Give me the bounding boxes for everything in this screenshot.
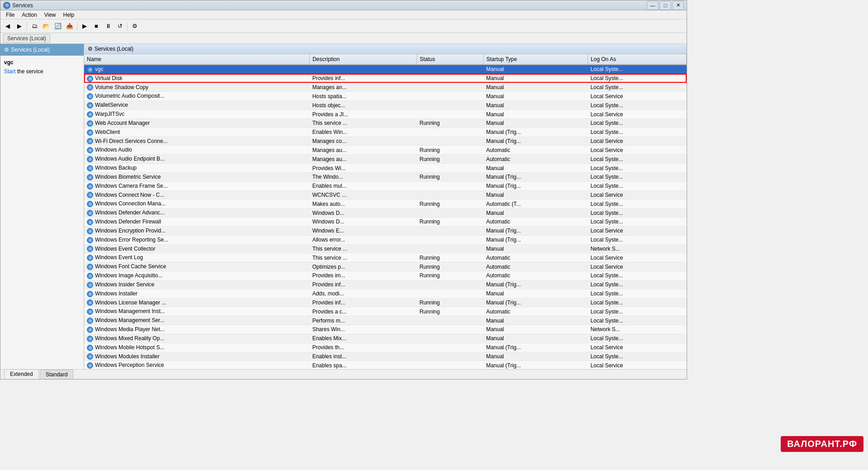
table-row[interactable]: Windows InstallerAdds, modi...ManualLoca… xyxy=(84,289,687,298)
restart-button[interactable]: ↺ xyxy=(114,21,125,32)
service-logon-cell: Local Syste... xyxy=(588,218,686,227)
table-row[interactable]: Windows Mobile Hotspot S...Provides th..… xyxy=(84,343,687,352)
properties-button[interactable]: ⚙ xyxy=(129,21,140,32)
table-row[interactable]: Windows Font Cache ServiceOptimizes p...… xyxy=(84,262,687,271)
table-row[interactable]: Wi-Fi Direct Services Conne...Manages co… xyxy=(84,137,687,146)
table-row[interactable]: Windows AudioManages au...RunningAutomat… xyxy=(84,146,687,155)
service-logon-cell: Local Syste... xyxy=(588,199,686,209)
table-row[interactable]: Windows Error Reporting Se...Allows erro… xyxy=(84,235,687,244)
service-icon xyxy=(87,336,93,342)
col-status[interactable]: Status xyxy=(417,54,484,65)
menu-action[interactable]: Action xyxy=(18,11,40,19)
service-status-cell: Running xyxy=(417,298,484,307)
service-name-cell: Windows Encryption Provid... xyxy=(84,226,309,235)
back-button[interactable]: ◀ xyxy=(2,21,13,32)
tab-extended[interactable]: Extended xyxy=(4,369,39,379)
table-row[interactable]: Windows Connection Mana...Makes auto...R… xyxy=(84,199,687,209)
table-row[interactable]: Windows Defender Advanc...Windows D...Ma… xyxy=(84,209,687,218)
service-status-cell xyxy=(417,244,484,253)
service-status-cell: Running xyxy=(417,172,484,181)
table-row[interactable]: Windows Audio Endpoint B...Manages au...… xyxy=(84,155,687,164)
service-desc-cell: Enables Mix... xyxy=(309,334,417,343)
service-status-cell xyxy=(417,74,484,83)
table-row[interactable]: Windows Modules InstallerEnables inst...… xyxy=(84,352,687,361)
service-icon xyxy=(87,246,93,252)
table-row[interactable]: Windows Perception ServiceEnables spa...… xyxy=(84,361,687,369)
services-table-container[interactable]: Name Description Status Startup Type Log… xyxy=(84,54,687,369)
service-name-cell: WalletService xyxy=(84,101,309,110)
table-row[interactable]: Windows BackupProvides Wi...ManualLocal … xyxy=(84,164,687,173)
table-row[interactable]: Windows Image Acquisitio...Provides im..… xyxy=(84,271,687,280)
service-desc-cell: Provides im... xyxy=(309,271,417,280)
pause-button[interactable]: ⏸ xyxy=(103,21,114,32)
table-row[interactable]: Windows Mixed Reality Op...Enables Mix..… xyxy=(84,334,687,343)
start-button[interactable]: ▶ xyxy=(79,21,90,32)
service-logon-cell: Local Syste... xyxy=(588,307,686,316)
service-desc-cell: Windows D... xyxy=(309,218,417,227)
service-icon xyxy=(87,318,93,324)
table-row[interactable]: Windows Biometric ServiceThe Windo...Run… xyxy=(84,172,687,181)
service-name-cell: Windows Error Reporting Se... xyxy=(84,235,309,244)
service-status-cell xyxy=(417,137,484,146)
forward-button[interactable]: ▶ xyxy=(14,21,25,32)
table-row[interactable]: Windows Connect Now - C...WCNCSVC ...Man… xyxy=(84,190,687,199)
service-icon xyxy=(87,102,93,109)
col-name[interactable]: Name xyxy=(84,54,309,65)
table-row[interactable]: Windows Event LogThis service ...Running… xyxy=(84,253,687,262)
table-row[interactable]: Windows Media Player Net...Shares Win...… xyxy=(84,325,687,334)
service-desc-cell: Allows error... xyxy=(309,235,417,244)
service-logon-cell: Local Syste... xyxy=(588,83,686,92)
table-row[interactable]: Web Account ManagerThis service ...Runni… xyxy=(84,119,687,128)
service-icon xyxy=(87,219,93,225)
service-logon-cell: Local Service xyxy=(588,262,686,271)
service-status-cell xyxy=(417,65,484,74)
menu-view[interactable]: View xyxy=(41,11,60,19)
stop-button[interactable]: ■ xyxy=(91,21,102,32)
tab-standard[interactable]: Standard xyxy=(40,370,74,379)
menu-file[interactable]: File xyxy=(2,11,18,19)
table-row[interactable]: Windows Insider ServiceProvides inf...Ma… xyxy=(84,280,687,289)
left-panel-header: ⚙ Services (Local) xyxy=(0,44,84,56)
service-icon xyxy=(87,273,93,279)
title-bar-left: ⚙ Services xyxy=(3,2,33,9)
service-icon xyxy=(87,120,93,127)
service-icon xyxy=(87,237,93,243)
table-row[interactable]: Windows Camera Frame Se...Enables mul...… xyxy=(84,181,687,190)
service-status-cell xyxy=(417,164,484,173)
show-tree-button[interactable]: 📂 xyxy=(41,21,52,32)
table-row[interactable]: Windows Defender FirewallWindows D...Run… xyxy=(84,218,687,227)
service-icon xyxy=(87,147,93,153)
service-logon-cell: Local Service xyxy=(588,253,686,262)
toolbar: ◀ ▶ 🗂 📂 🔄 📤 ▶ ■ ⏸ ↺ ⚙ xyxy=(0,19,687,33)
minimize-button[interactable]: — xyxy=(647,1,659,10)
maximize-button[interactable]: □ xyxy=(659,1,671,10)
service-name-cell: vgc xyxy=(84,65,309,74)
table-row[interactable]: Volumetric Audio Composit...Hosts spatia… xyxy=(84,92,687,101)
table-row[interactable]: vgcManualLocal Syste... xyxy=(84,65,687,74)
refresh-button[interactable]: 🔄 xyxy=(52,21,63,32)
up-button[interactable]: 🗂 xyxy=(29,21,40,32)
table-row[interactable]: Volume Shadow CopyManages an...ManualLoc… xyxy=(84,83,687,92)
service-desc-cell: Enables spa... xyxy=(309,361,417,369)
table-row[interactable]: Windows Management Inst...Provides a c..… xyxy=(84,307,687,316)
service-startup-cell: Manual xyxy=(484,316,588,325)
table-row[interactable]: Windows Management Ser...Performs m...Ma… xyxy=(84,316,687,325)
col-startup[interactable]: Startup Type xyxy=(484,54,588,65)
col-logon[interactable]: Log On As xyxy=(588,54,686,65)
menu-help[interactable]: Help xyxy=(60,11,78,19)
table-row[interactable]: WebClientEnables Win...Manual (Trig...Lo… xyxy=(84,128,687,137)
col-description[interactable]: Description xyxy=(309,54,417,65)
table-row[interactable]: WarpJITSvcProvides a JI...ManualLocal Se… xyxy=(84,110,687,119)
table-row[interactable]: Windows Event CollectorThis service ...M… xyxy=(84,244,687,253)
close-button[interactable]: ✕ xyxy=(672,1,684,10)
export-button[interactable]: 📤 xyxy=(64,21,75,32)
table-row[interactable]: Windows Encryption Provid...Windows E...… xyxy=(84,226,687,235)
right-panel: ⚙ Services (Local) Name Description Stat… xyxy=(84,44,687,369)
table-row[interactable]: Virtual DiskProvides inf...ManualLocal S… xyxy=(84,74,687,83)
service-desc-cell: Manages au... xyxy=(309,146,417,155)
start-service-link[interactable]: Start xyxy=(4,68,15,75)
table-row[interactable]: Windows License Manager ...Provides inf.… xyxy=(84,298,687,307)
service-desc-cell: Windows D... xyxy=(309,209,417,218)
service-startup-cell: Automatic xyxy=(484,146,588,155)
table-row[interactable]: WalletServiceHosts objec...ManualLocal S… xyxy=(84,101,687,110)
